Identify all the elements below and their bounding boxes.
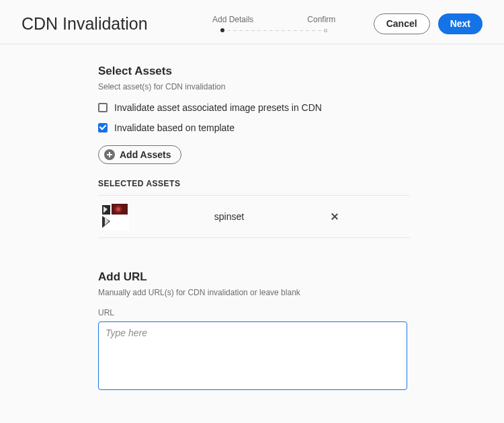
select-assets-section: Select Assets Select asset(s) for CDN in…	[98, 65, 410, 238]
stepper-dots	[220, 28, 327, 32]
stepper-dot-end	[324, 29, 327, 32]
add-assets-button[interactable]: Add Assets	[98, 145, 181, 164]
cancel-button[interactable]: Cancel	[374, 13, 430, 34]
asset-row: spinset	[98, 196, 410, 237]
add-assets-label: Add Assets	[120, 149, 171, 160]
asset-thumbnail	[101, 202, 129, 231]
header: CDN Invalidation Add Details Confirm	[0, 0, 504, 44]
stepper-dot-active	[220, 28, 224, 32]
url-textarea[interactable]	[98, 321, 407, 390]
checkbox-image-presets[interactable]	[98, 103, 108, 112]
next-button[interactable]: Next	[438, 13, 482, 34]
checkbox-row-image-presets: Invalidate asset associated image preset…	[98, 102, 410, 113]
step-add-details[interactable]: Add Details	[212, 15, 253, 24]
checkbox-template[interactable]	[98, 123, 108, 132]
svg-point-5	[116, 207, 120, 211]
step-confirm[interactable]: Confirm	[307, 15, 335, 24]
checkbox-template-label: Invalidate based on template	[114, 122, 235, 133]
selected-assets-title: SELECTED ASSETS	[98, 179, 410, 188]
add-url-title: Add URL	[98, 270, 410, 284]
add-url-desc: Manually add URL(s) for CDN invalidation…	[98, 288, 410, 297]
add-url-section: Add URL Manually add URL(s) for CDN inva…	[98, 270, 410, 393]
plus-icon	[104, 149, 115, 160]
content: Select Assets Select asset(s) for CDN in…	[0, 44, 410, 393]
page-title: CDN Invalidation	[22, 14, 148, 34]
select-assets-title: Select Assets	[98, 65, 410, 78]
header-buttons: Cancel Next	[374, 13, 482, 34]
selected-assets-list: spinset	[98, 195, 410, 238]
stepper: Add Details Confirm	[175, 15, 374, 32]
checkbox-image-presets-label: Invalidate asset associated image preset…	[114, 102, 322, 113]
remove-asset-icon[interactable]	[329, 211, 340, 222]
checkbox-row-template: Invalidate based on template	[98, 122, 410, 133]
url-label: URL	[98, 308, 410, 317]
select-assets-desc: Select asset(s) for CDN invalidation	[98, 82, 410, 91]
asset-name: spinset	[137, 211, 321, 222]
